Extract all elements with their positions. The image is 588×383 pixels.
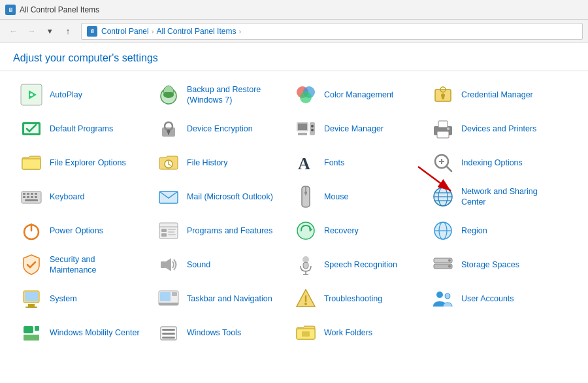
label-work-folders[interactable]: Work Folders [324, 327, 372, 338]
label-windows-tools[interactable]: Windows Tools [187, 327, 241, 338]
item-recovery[interactable]: Recovery [287, 214, 425, 248]
item-storage[interactable]: Storage Spaces [425, 248, 562, 282]
item-default-programs[interactable]: Default Programs [13, 112, 150, 146]
item-system[interactable]: System [13, 282, 150, 316]
label-programs[interactable]: Programs and Features [187, 225, 272, 236]
label-backup-restore[interactable]: Backup and Restore (Windows 7) [187, 84, 281, 106]
back-button[interactable]: ← [5, 24, 21, 39]
item-file-explorer[interactable]: File Explorer Options [13, 146, 150, 180]
item-mobility[interactable]: Windows Mobility Center [13, 316, 150, 350]
item-device-encryption[interactable]: Device Encryption [150, 112, 287, 146]
icon-fonts: A [294, 151, 318, 175]
svg-point-77 [448, 259, 451, 262]
label-region[interactable]: Region [461, 225, 487, 236]
svg-rect-99 [302, 331, 310, 337]
icon-mobility [20, 321, 43, 344]
item-credential-manager[interactable]: Credential Manager [425, 78, 562, 112]
item-mouse[interactable]: Mouse [287, 180, 425, 214]
icon-backup-restore [157, 83, 180, 107]
up-button[interactable]: ↑ [60, 24, 76, 39]
icon-keyboard [20, 185, 43, 208]
item-power[interactable]: Power Options [13, 214, 150, 248]
svg-rect-61 [168, 229, 176, 230]
svg-rect-22 [298, 133, 307, 135]
svg-rect-94 [162, 329, 175, 331]
label-recovery[interactable]: Recovery [324, 225, 359, 236]
breadcrumb-item-2[interactable]: All Control Panel Items [156, 27, 236, 36]
item-speech[interactable]: Speech Recognition [287, 248, 425, 282]
forward-button[interactable]: → [24, 24, 39, 39]
header-divider [0, 71, 588, 71]
item-network[interactable]: Network and Sharing Center [425, 180, 562, 214]
item-taskbar[interactable]: Taskbar and Navigation [150, 282, 287, 316]
icon-programs [157, 219, 180, 242]
item-indexing[interactable]: Indexing Options [425, 146, 562, 180]
label-troubleshoot[interactable]: Troubleshooting [324, 293, 382, 304]
svg-point-64 [297, 222, 314, 239]
icon-user-accounts [431, 287, 455, 310]
label-fonts[interactable]: Fonts [324, 158, 344, 168]
label-sound[interactable]: Sound [187, 259, 210, 270]
nav-bar: ← → ▾ ↑ 🖥 Control Panel › All Control Pa… [0, 20, 588, 43]
item-keyboard[interactable]: Keyboard [13, 180, 150, 214]
label-user-accounts[interactable]: User Accounts [461, 293, 514, 304]
label-indexing[interactable]: Indexing Options [461, 158, 523, 168]
label-autoplay[interactable]: AutoPlay [50, 90, 82, 100]
label-network[interactable]: Network and Sharing Center [461, 186, 555, 208]
svg-rect-41 [35, 193, 37, 195]
icon-file-explorer [20, 151, 43, 175]
item-devices-printers[interactable]: Devices and Printers [425, 112, 562, 146]
label-mail[interactable]: Mail (Microsoft Outlook) [187, 192, 273, 202]
item-device-manager[interactable]: Device Manager [287, 112, 425, 146]
label-system[interactable]: System [50, 293, 77, 304]
label-power[interactable]: Power Options [50, 225, 103, 236]
svg-point-78 [448, 265, 451, 268]
page-header: Adjust your computer's settings [0, 43, 588, 71]
svg-point-90 [445, 293, 450, 299]
svg-rect-42 [23, 196, 25, 198]
item-windows-tools[interactable]: Windows Tools [150, 316, 287, 350]
recent-button[interactable]: ▾ [42, 24, 57, 39]
label-device-encryption[interactable]: Device Encryption [187, 124, 253, 134]
icon-work-folders [294, 321, 318, 344]
item-troubleshoot[interactable]: Troubleshooting [287, 282, 425, 316]
label-taskbar[interactable]: Taskbar and Navigation [187, 293, 272, 304]
item-fonts[interactable]: AFonts [287, 146, 425, 180]
label-mobility[interactable]: Windows Mobility Center [50, 327, 140, 338]
label-file-history[interactable]: File History [187, 158, 228, 168]
label-storage[interactable]: Storage Spaces [461, 259, 519, 270]
item-security[interactable]: Security and Maintenance [13, 248, 150, 282]
label-keyboard[interactable]: Keyboard [50, 192, 85, 202]
icon-troubleshoot [294, 287, 318, 310]
item-user-accounts[interactable]: User Accounts [425, 282, 562, 316]
svg-rect-43 [27, 196, 29, 198]
item-programs[interactable]: Programs and Features [150, 214, 287, 248]
icon-indexing [431, 151, 455, 175]
label-default-programs[interactable]: Default Programs [50, 124, 113, 134]
icon-security [20, 253, 43, 276]
label-devices-printers[interactable]: Devices and Printers [461, 124, 536, 134]
icon-file-history [157, 151, 180, 175]
item-sound[interactable]: Sound [150, 248, 287, 282]
label-credential-manager[interactable]: Credential Manager [461, 90, 533, 100]
label-speech[interactable]: Speech Recognition [324, 259, 397, 270]
svg-rect-69 [161, 261, 166, 268]
label-security[interactable]: Security and Maintenance [50, 254, 144, 276]
label-mouse[interactable]: Mouse [324, 192, 349, 202]
item-region[interactable]: Region [425, 214, 562, 248]
svg-rect-85 [160, 292, 171, 301]
label-file-explorer[interactable]: File Explorer Options [50, 158, 126, 168]
svg-rect-45 [35, 196, 37, 198]
label-device-manager[interactable]: Device Manager [324, 124, 384, 134]
breadcrumb-item-1[interactable]: Control Panel [101, 27, 149, 36]
icon-windows-tools [157, 321, 180, 344]
item-color-management[interactable]: Color Management [287, 78, 425, 112]
item-work-folders[interactable]: Work Folders [287, 316, 425, 350]
item-file-history[interactable]: File History [150, 146, 287, 180]
icon-devices-printers [431, 117, 455, 141]
item-mail[interactable]: Mail (Microsoft Outlook) [150, 180, 287, 214]
item-autoplay[interactable]: AutoPlay [13, 78, 150, 112]
svg-rect-38 [23, 193, 25, 195]
label-color-management[interactable]: Color Management [324, 90, 393, 100]
item-backup-restore[interactable]: Backup and Restore (Windows 7) [150, 78, 287, 112]
